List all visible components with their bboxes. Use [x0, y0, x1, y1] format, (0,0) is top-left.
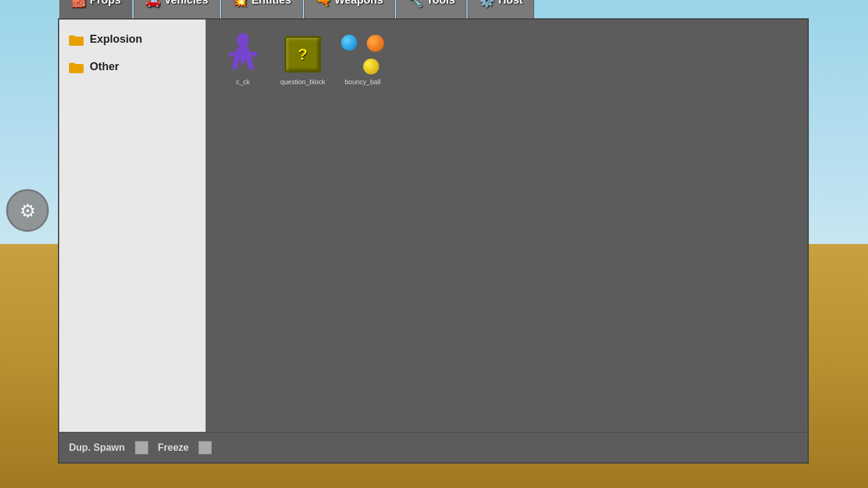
folder-icon-other: [69, 61, 84, 73]
tab-host[interactable]: ⚙️ Host: [468, 0, 534, 18]
vehicles-icon: 🚗: [145, 0, 161, 8]
ball-yellow: [363, 59, 379, 74]
folder-icon-explosion: [69, 34, 84, 46]
question-mark: ?: [298, 45, 308, 64]
tab-host-label: Host: [498, 0, 523, 7]
bouncy-ball-visual: [341, 35, 384, 74]
tab-weapons[interactable]: 🔫 Weapons: [304, 0, 395, 18]
freeze-checkbox[interactable]: [198, 441, 212, 454]
props-icon: 🧱: [71, 0, 86, 8]
sidebar-other-label: Other: [90, 60, 119, 73]
svg-rect-3: [69, 63, 75, 66]
item-question-block[interactable]: ? question_block: [275, 29, 330, 89]
tab-weapons-label: Weapons: [335, 0, 383, 7]
wrench-button[interactable]: ⚙: [6, 189, 49, 232]
tab-entities-label: Entities: [251, 0, 291, 7]
c-ck-label: c_ck: [236, 78, 250, 85]
ball-orange: [367, 35, 384, 52]
weapons-icon: 🔫: [316, 0, 331, 8]
tab-vehicles[interactable]: 🚗 Vehicles: [134, 0, 220, 18]
c-ck-svg: [225, 33, 261, 76]
freeze-label: Freeze: [158, 442, 189, 453]
tab-props[interactable]: 🧱 Props: [59, 0, 132, 18]
c-ck-icon: [222, 33, 264, 76]
question-block-label: question_block: [280, 78, 325, 85]
bottom-bar: Dup. Spawn Freeze: [59, 432, 808, 462]
items-grid: c_ck ? question_block: [215, 29, 798, 89]
bouncy-ball-label: bouncy_ball: [345, 78, 381, 85]
tab-vehicles-label: Vehicles: [164, 0, 208, 7]
question-block-visual: ?: [284, 36, 321, 73]
tab-props-label: Props: [90, 0, 121, 7]
content-area: Explosion Other: [59, 20, 808, 432]
tools-icon: 🔧: [408, 0, 423, 8]
question-block-icon: ?: [281, 33, 324, 76]
tab-entities[interactable]: 💥 Entities: [221, 0, 303, 18]
ball-blue: [341, 35, 357, 51]
sidebar-item-explosion[interactable]: Explosion: [59, 26, 205, 53]
sidebar-item-other[interactable]: Other: [59, 53, 205, 81]
entities-icon: 💥: [233, 0, 248, 8]
sidebar: Explosion Other: [59, 20, 206, 432]
main-content: c_ck ? question_block: [206, 20, 808, 432]
tab-bar: 🧱 Props 🚗 Vehicles 💥 Entities 🔫 Weapons …: [59, 0, 534, 18]
dup-spawn-label: Dup. Spawn: [69, 442, 125, 453]
item-c-ck[interactable]: c_ck: [215, 29, 270, 89]
host-icon: ⚙️: [479, 0, 494, 8]
sidebar-explosion-label: Explosion: [90, 33, 142, 46]
tab-tools-label: Tools: [427, 0, 455, 7]
svg-rect-1: [69, 35, 75, 38]
item-bouncy-ball[interactable]: bouncy_ball: [335, 29, 390, 89]
bouncy-ball-icon: [341, 33, 384, 76]
tab-tools[interactable]: 🔧 Tools: [396, 0, 467, 18]
main-panel: 🧱 Props 🚗 Vehicles 💥 Entities 🔫 Weapons …: [58, 18, 809, 464]
dup-spawn-checkbox[interactable]: [135, 441, 148, 454]
